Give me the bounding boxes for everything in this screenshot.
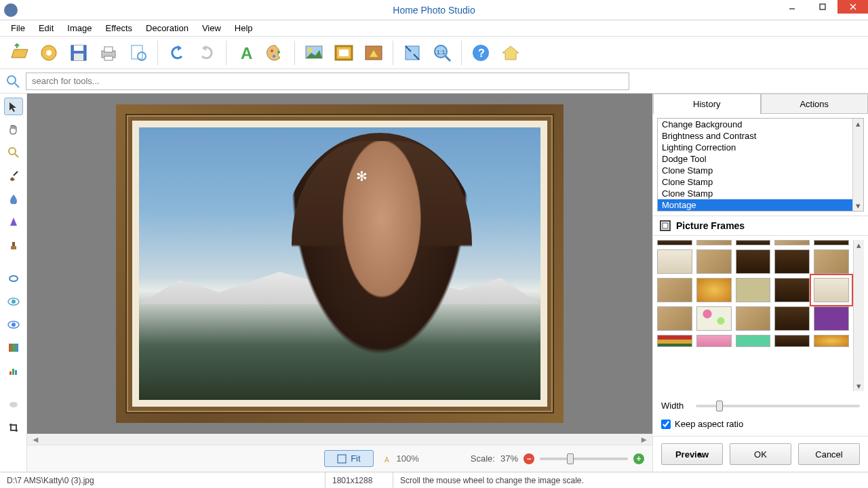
collage-icon[interactable] <box>35 39 62 66</box>
clone-tool[interactable] <box>4 236 23 253</box>
frame-thumb[interactable] <box>736 249 771 274</box>
dodge-tool[interactable] <box>4 270 23 287</box>
zoom-out-button[interactable]: − <box>524 453 534 464</box>
zoom-actual-icon[interactable]: 1:1 <box>429 39 456 66</box>
undo-icon[interactable] <box>163 39 191 66</box>
frame-thumb[interactable] <box>736 278 771 302</box>
svg-point-19 <box>308 48 312 52</box>
svg-rect-34 <box>11 246 16 249</box>
frame-thumb[interactable] <box>736 240 771 245</box>
keep-aspect-checkbox[interactable] <box>661 420 671 429</box>
minimize-button[interactable] <box>776 0 807 14</box>
history-item[interactable]: Change Background <box>658 119 863 130</box>
zoom-in-button[interactable]: + <box>633 453 644 464</box>
ok-button[interactable]: OK <box>730 443 791 465</box>
text-icon[interactable]: A <box>232 39 259 66</box>
frame-thumb[interactable] <box>657 306 692 331</box>
pointer-tool[interactable] <box>4 98 23 115</box>
svg-rect-35 <box>12 242 15 246</box>
redeye-tool[interactable] <box>4 316 23 333</box>
zoom-tool[interactable] <box>4 144 23 161</box>
svg-point-17 <box>277 51 280 54</box>
redo-icon[interactable] <box>193 39 220 66</box>
open-icon[interactable] <box>5 39 33 66</box>
frame-thumb[interactable] <box>774 306 810 331</box>
crop-tool[interactable] <box>4 419 23 436</box>
menu-view[interactable]: View <box>195 22 228 35</box>
frame-thumb[interactable] <box>736 306 771 331</box>
history-item[interactable]: Brightness and Contrast <box>658 130 863 142</box>
sharpen-tool[interactable] <box>4 213 23 230</box>
help-icon[interactable]: ? <box>467 39 494 66</box>
chart-tool[interactable] <box>4 362 23 380</box>
svg-point-36 <box>9 276 18 281</box>
frame-thumb[interactable] <box>696 306 732 331</box>
history-scrollbar[interactable]: ▴▾ <box>852 119 863 211</box>
resize-icon[interactable] <box>399 39 426 66</box>
close-button[interactable] <box>837 0 868 14</box>
zoom-100-button[interactable]: A100% <box>384 453 419 464</box>
frame-thumb[interactable] <box>696 240 732 245</box>
flower-icon: ✻ <box>356 168 368 184</box>
frame-thumb[interactable] <box>814 249 849 274</box>
frame-thumb[interactable] <box>657 278 692 302</box>
frame-thumb[interactable] <box>814 306 849 331</box>
history-item[interactable]: Clone Stamp <box>658 188 863 199</box>
history-item-selected[interactable]: Montage <box>658 199 863 211</box>
brush-tool[interactable] <box>4 167 23 184</box>
fit-button[interactable]: Fit <box>324 450 373 467</box>
history-item[interactable]: Clone Stamp <box>658 165 863 176</box>
frame-thumb[interactable] <box>814 240 849 245</box>
menu-edit[interactable]: Edit <box>32 22 60 35</box>
search-input[interactable] <box>26 73 629 90</box>
preview-button[interactable]: Preview↖ <box>661 443 723 465</box>
canvas-hscrollbar[interactable]: ◄► <box>27 434 652 445</box>
history-item[interactable]: Clone Stamp <box>658 176 863 188</box>
tab-actions[interactable]: Actions <box>761 94 869 114</box>
frame-thumb[interactable] <box>774 278 810 302</box>
effects-icon[interactable] <box>360 39 387 66</box>
menu-image[interactable]: Image <box>60 22 98 35</box>
canvas-viewport[interactable]: ✻ <box>27 94 652 434</box>
frame-thumb[interactable] <box>736 335 771 347</box>
menu-decoration[interactable]: Decoration <box>139 22 195 35</box>
home-icon[interactable] <box>497 39 524 66</box>
frame-thumb[interactable] <box>774 240 810 245</box>
frame-icon[interactable] <box>330 39 357 66</box>
svg-line-33 <box>14 171 18 176</box>
frame-thumb[interactable] <box>774 249 810 274</box>
frame-thumb[interactable] <box>657 335 692 347</box>
maximize-button[interactable] <box>807 0 837 14</box>
palette-icon[interactable] <box>262 39 289 66</box>
cancel-label: Cancel <box>815 449 842 460</box>
svg-rect-46 <box>338 455 346 463</box>
frame-thumb[interactable] <box>814 335 849 347</box>
cancel-button[interactable]: Cancel <box>798 443 860 465</box>
frame-thumb-selected[interactable] <box>814 278 849 302</box>
print-icon[interactable] <box>95 39 122 66</box>
frame-thumb[interactable] <box>696 249 732 274</box>
menu-help[interactable]: Help <box>228 22 260 35</box>
frames-scrollbar[interactable]: ▴▾ <box>853 240 864 391</box>
frame-thumb[interactable] <box>657 240 692 245</box>
width-slider[interactable] <box>696 405 860 407</box>
tab-history[interactable]: History <box>653 94 761 114</box>
image-icon[interactable] <box>300 39 328 66</box>
frame-thumb[interactable] <box>774 335 810 347</box>
print-preview-icon[interactable] <box>125 39 152 66</box>
history-list[interactable]: Change Background Brightness and Contras… <box>657 118 864 211</box>
frame-thumb[interactable] <box>696 335 732 347</box>
menu-file[interactable]: File <box>4 22 32 35</box>
gradient-tool[interactable] <box>4 339 23 357</box>
save-icon[interactable] <box>65 39 92 66</box>
zoom-slider[interactable] <box>540 458 628 460</box>
smudge-tool[interactable] <box>4 396 23 413</box>
eye-tool[interactable] <box>4 293 23 310</box>
blur-tool[interactable] <box>4 190 23 207</box>
menu-effects[interactable]: Effects <box>99 22 140 35</box>
history-item[interactable]: Lighting Correction <box>658 142 863 153</box>
hand-tool[interactable] <box>4 121 23 138</box>
history-item[interactable]: Dodge Tool <box>658 153 863 165</box>
frame-thumb[interactable] <box>657 249 692 274</box>
frame-thumb[interactable] <box>696 278 732 302</box>
